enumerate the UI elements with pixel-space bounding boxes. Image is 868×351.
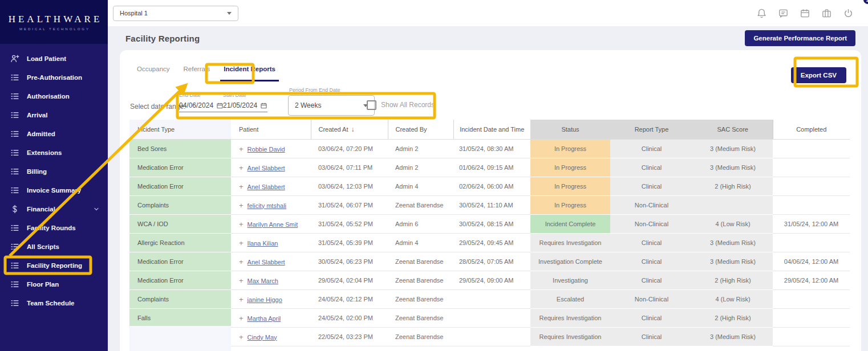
incident-type-cell: Bed Sores [129, 140, 231, 158]
expand-row-icon[interactable]: + [239, 220, 244, 228]
patient-link[interactable]: Robbie David [248, 146, 285, 153]
patient-link[interactable]: Anel Slabbert [248, 259, 285, 266]
start-date-field[interactable]: Start Date 21/05/2024 [223, 92, 267, 112]
sidebar-item-facility-rounds[interactable]: Facility Rounds [0, 218, 108, 237]
patient-cell: +Martha April [231, 309, 311, 328]
sidebar-item-label: Invoice Summary [27, 187, 81, 194]
table-row: Medication Error +Max March 29/05/24, 02… [129, 271, 850, 290]
patient-link[interactable]: Anel Slabbert [248, 183, 285, 190]
created-at-cell: 03/06/24, 07:11 PM [311, 158, 388, 177]
incident-date-time-cell [453, 290, 530, 309]
calendar-picker-icon[interactable] [260, 102, 267, 109]
status-badge: In Progress [530, 196, 610, 215]
incident-date-time-cell [453, 309, 530, 328]
sidebar-item-facility-reporting[interactable]: Facility Reporting [0, 256, 108, 275]
sac-score-cell: 3 (Medium Risk) [693, 252, 773, 271]
period-select[interactable]: 2 Weeks [288, 95, 375, 116]
list-icon [10, 92, 19, 101]
sac-score-cell [693, 196, 773, 215]
patient-link[interactable]: Marilyn Anne Smit [248, 221, 298, 228]
tab-referrals[interactable]: Referrals [184, 66, 210, 81]
completed-cell [773, 196, 850, 215]
sidebar-item-arrival[interactable]: Arrival [0, 105, 108, 124]
sidebar-item-team-schedule[interactable]: Team Schedule [0, 293, 108, 312]
patient-link[interactable]: Cindy May [248, 334, 277, 341]
end-date-field[interactable]: End Date 04/06/2024 [179, 92, 224, 112]
list-icon [10, 223, 19, 232]
patient-cell: +janine Higgo [231, 290, 311, 309]
expand-row-icon[interactable]: + [239, 145, 244, 153]
column-header-completed: Completed [773, 120, 850, 140]
tab-occupancy[interactable]: Occupancy [137, 66, 170, 81]
patient-link[interactable]: felicity mtshali [248, 202, 286, 209]
sidebar-item-admitted[interactable]: Admitted [0, 124, 108, 143]
sidebar-item-label: Financial [27, 206, 55, 213]
incident-type-cell: WCA / IOD [129, 215, 231, 234]
table-row: Bed Sores +Robbie David 03/06/24, 07:20 … [129, 140, 850, 158]
expand-row-icon[interactable]: + [239, 201, 244, 210]
list-icon [10, 186, 19, 195]
sidebar-item-label: Arrival [27, 112, 47, 119]
patient-link[interactable]: Max March [248, 277, 278, 284]
select-date-range-label: Select date range: [130, 103, 185, 111]
column-header-created-by: Created By [388, 120, 453, 140]
sidebar-item-financial[interactable]: Financial [0, 199, 108, 218]
sidebar: HEALTHWARE MEDICAL TECHNOLOGY Load Patie… [0, 0, 108, 351]
incident-type-cell: Medication Error [129, 158, 231, 177]
report-type-cell: Clinical [610, 271, 693, 290]
sidebar-item-pre-authorisation[interactable]: Pre-Authorisation [0, 68, 108, 87]
sidebar-item-label: Team Schedule [27, 300, 75, 307]
sidebar-item-floor-plan[interactable]: Floor Plan [0, 275, 108, 293]
sac-score-cell: 4 (Low Risk) [693, 215, 773, 234]
sidebar-item-authorisation[interactable]: Authorisation [0, 87, 108, 105]
patient-link[interactable]: Ilana Kilian [248, 240, 278, 247]
power-icon[interactable] [843, 8, 854, 19]
sidebar-item-all-scripts[interactable]: All Scripts [0, 237, 108, 256]
sidebar-item-extensions[interactable]: Extensions [0, 143, 108, 162]
expand-row-icon[interactable]: + [239, 182, 244, 191]
app-root: HEALTHWARE MEDICAL TECHNOLOGY Load Patie… [0, 0, 868, 351]
patient-link[interactable]: Martha April [248, 315, 281, 322]
expand-row-icon[interactable]: + [239, 295, 244, 304]
expand-row-icon[interactable]: + [239, 314, 244, 323]
generate-performance-report-button[interactable]: Generate Performance Report [745, 30, 855, 46]
report-type-cell: Clinical [610, 328, 693, 346]
show-all-records-checkbox[interactable] [367, 100, 376, 110]
table-row: Medication Error +Cindy May 22/05/24, 03… [129, 328, 850, 346]
expand-row-icon[interactable]: + [239, 239, 244, 247]
sidebar-item-invoice-summary[interactable]: Invoice Summary [0, 181, 108, 199]
page-title: Facility Reporting [125, 34, 200, 43]
patient-link[interactable]: Anel Slabbert [248, 165, 285, 172]
bell-icon[interactable] [756, 8, 767, 19]
patient-cell: +Ilana Kilian [231, 234, 311, 252]
logo-subtitle: MEDICAL TECHNOLOGY [19, 27, 90, 31]
export-csv-button[interactable]: Export CSV [791, 67, 846, 83]
sidebar-item-label: All Scripts [27, 243, 59, 250]
expand-row-icon[interactable]: + [239, 258, 244, 266]
sidebar-item-load-patient[interactable]: Load Patient [0, 49, 108, 68]
status-badge: Requires Investigation [530, 234, 610, 252]
column-header-created-at[interactable]: Created At↓ [311, 120, 388, 140]
patient-link[interactable]: janine Higgo [248, 296, 282, 303]
sac-score-cell: 3 (Medium Risk) [693, 158, 773, 177]
chat-icon[interactable] [778, 8, 789, 19]
hospital-select[interactable]: Hospital 1 [113, 6, 238, 21]
end-date-value[interactable]: 04/06/2024 [179, 101, 216, 109]
list-icon [10, 73, 19, 82]
page-header: Facility Reporting Generate Performance … [108, 26, 868, 50]
incident-date-time-cell: 28/05/24, 07:05 AM [453, 252, 530, 271]
expand-row-icon[interactable]: + [239, 333, 244, 341]
incident-type-cell: Medication Error [129, 177, 231, 196]
report-type-cell: Clinical [610, 177, 693, 196]
content-card: Occupancy Referrals Incident Reports Exp… [120, 50, 861, 351]
created-by-cell: Admin 6 [388, 215, 453, 234]
status-badge: Incident Complete [530, 215, 610, 234]
briefcase-icon[interactable] [821, 8, 832, 19]
show-all-records-label: Show All Records [381, 101, 435, 109]
tab-incident-reports[interactable]: Incident Reports [220, 66, 279, 81]
expand-row-icon[interactable]: + [239, 276, 244, 285]
expand-row-icon[interactable]: + [239, 164, 244, 172]
sidebar-item-billing[interactable]: Billing [0, 162, 108, 181]
calendar-icon[interactable] [800, 8, 810, 19]
start-date-value[interactable]: 21/05/2024 [223, 101, 260, 109]
